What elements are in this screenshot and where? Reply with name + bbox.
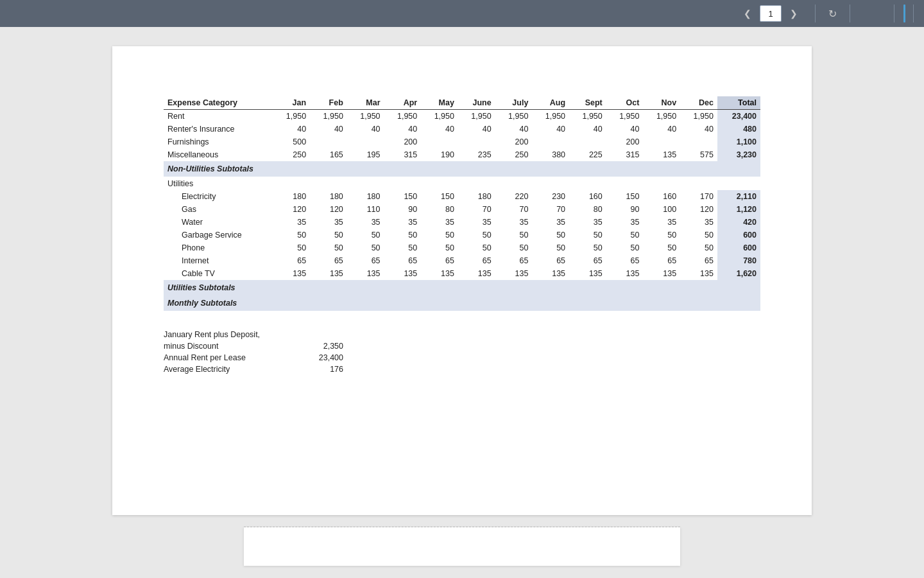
zoom-minus-button[interactable] (859, 12, 867, 15)
col-header-jan: Jan (273, 96, 310, 110)
col-header-july: July (495, 96, 533, 110)
utilities-header-row: Utilities (164, 177, 760, 190)
col-header-mar: Mar (347, 96, 384, 110)
expense-table: Expense Category Jan Feb Mar Apr May Jun… (164, 96, 760, 311)
toolbar-divider-4 (913, 4, 914, 22)
main-content: Expense Category Jan Feb Mar Apr May Jun… (0, 27, 924, 566)
summary-label: January Rent plus Deposit, (164, 330, 292, 339)
utility-row: Water353535353535353535353535420 (164, 216, 760, 229)
summary-label: Annual Rent per Lease (164, 353, 292, 362)
col-header-june: June (458, 96, 495, 110)
utility-row: Electricity18018018015015018022023016015… (164, 190, 760, 203)
col-header-may: May (421, 96, 458, 110)
refresh-button[interactable]: ↻ (825, 6, 841, 21)
col-header-category: Expense Category (164, 96, 273, 110)
zoom-plus-button[interactable] (877, 12, 885, 15)
col-header-total: Total (717, 96, 760, 110)
summary-value: 23,400 (305, 353, 343, 362)
toolbar-divider-2 (850, 4, 850, 22)
utility-row: Cable TV13513513513513513513513513513513… (164, 267, 760, 280)
toolbar-divider-3 (894, 4, 894, 22)
summary-row: minus Discount2,350 (164, 342, 760, 351)
table-row: Rent1,9501,9501,9501,9501,9501,9501,9501… (164, 110, 760, 123)
blue-accent-bar (903, 4, 905, 22)
col-header-sept: Sept (569, 96, 606, 110)
summary-row: Annual Rent per Lease23,400 (164, 353, 760, 362)
summary-value (305, 330, 343, 339)
col-header-nov: Nov (643, 96, 680, 110)
summary-value: 176 (305, 365, 343, 374)
summary-value: 2,350 (305, 342, 343, 351)
utility-row: Garbage Service5050505050505050505050506… (164, 229, 760, 241)
monthly-subtotal-row: Monthly Subtotals (164, 295, 760, 311)
summary-section: January Rent plus Deposit,minus Discount… (164, 330, 760, 374)
table-row: Renter's Insurance4040404040404040404040… (164, 123, 760, 136)
page-1-container: Expense Category Jan Feb Mar Apr May Jun… (112, 46, 812, 515)
table-header-row: Expense Category Jan Feb Mar Apr May Jun… (164, 96, 760, 110)
col-header-oct: Oct (606, 96, 644, 110)
summary-row: Average Electricity176 (164, 365, 760, 374)
page-number-input[interactable] (760, 5, 782, 22)
table-row: Furnishings5002002002001,100 (164, 136, 760, 148)
toolbar: ❮ ❯ ↻ (0, 0, 924, 27)
page-2-container (244, 527, 680, 566)
next-page-button[interactable]: ❯ (787, 8, 801, 19)
table-row: Miscellaneous250165195315190235250380225… (164, 148, 760, 161)
util-subtotal-row: Utilities Subtotals (164, 280, 760, 295)
summary-row: January Rent plus Deposit, (164, 330, 760, 339)
col-header-aug: Aug (532, 96, 569, 110)
utility-row: Internet656565656565656565656565780 (164, 254, 760, 267)
toolbar-divider-1 (815, 4, 816, 22)
non-util-subtotal-row: Non-Utilities Subtotals (164, 161, 760, 177)
prev-page-button[interactable]: ❮ (740, 8, 755, 19)
utility-row: Gas120120110908070707080901001201,120 (164, 203, 760, 216)
col-header-dec: Dec (680, 96, 717, 110)
col-header-feb: Feb (310, 96, 347, 110)
summary-label: Average Electricity (164, 365, 292, 374)
utility-row: Phone505050505050505050505050600 (164, 241, 760, 254)
col-header-apr: Apr (384, 96, 422, 110)
summary-label: minus Discount (164, 342, 292, 351)
